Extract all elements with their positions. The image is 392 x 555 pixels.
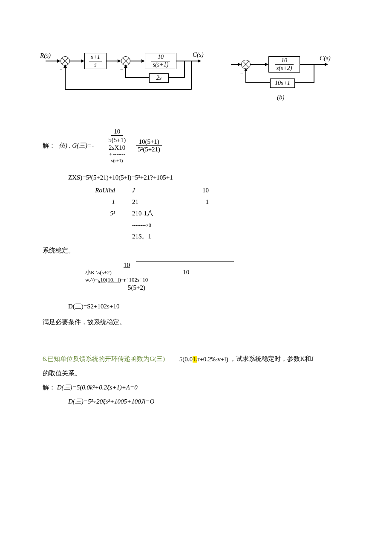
routh-table: RoUihd J 10 1 21 1 5¹ 210-1八 -------->0 …	[85, 185, 349, 242]
arrowhead	[141, 59, 145, 63]
arrowhead	[124, 64, 127, 68]
wire	[130, 61, 142, 61]
routh-r2-c2: 21	[132, 196, 175, 208]
wire	[184, 61, 185, 78]
arrowhead	[238, 63, 241, 66]
arrowhead	[118, 59, 121, 63]
wire	[46, 61, 58, 61]
sol-b-ds: D(三)=S2+102s+10	[68, 302, 349, 311]
routh-r3-c1: 5¹	[85, 208, 115, 231]
signal-c-s-b: C(s)	[320, 55, 331, 62]
solution-a-g-equation: 解： 伍) . G(三)=- 10 5(5+1) 2sX10 + -------…	[43, 128, 349, 163]
minus-sign: −	[120, 67, 123, 73]
arrowhead	[81, 59, 84, 63]
p6-line2: 的取值关系。	[43, 366, 349, 381]
sol-b-line3: 5(5+2)	[128, 284, 349, 291]
blockb2-label: 10s+1	[275, 80, 290, 87]
sol-b-line2b-prefix: w.^)=	[85, 276, 98, 283]
block2-den: s(s+1)	[151, 61, 170, 69]
p6-sol-prefix: 解：	[43, 384, 55, 391]
wire	[251, 64, 266, 65]
wire	[191, 61, 192, 90]
sol-a-f1-extra: s(s+1)	[107, 158, 127, 163]
sol-a-f1-top: 10	[111, 128, 123, 135]
blockb1-num: 10	[275, 57, 294, 65]
p6-frac-b: r+0.2‰v+l)	[197, 356, 228, 363]
p6-hl: 1.	[193, 356, 197, 363]
transfer-block-b2: 10s+1	[270, 78, 295, 88]
minus-sign: −	[240, 70, 243, 76]
wire	[125, 77, 149, 78]
routh-r3-c2: 210-1八	[132, 210, 153, 217]
routh-title: RoUihd	[85, 185, 115, 196]
block-diagram-a: R(s) − s+1 s − 10 s(s+1)	[48, 51, 210, 98]
sol-b-line2b-under: 10(10.÷l)	[100, 276, 121, 283]
sol-b-line2a: 小K \s(s+2)	[85, 269, 112, 276]
minus-sign: −	[60, 67, 63, 73]
signal-c-s: C(s)	[193, 51, 204, 58]
routh-r3-arrow: -------->0	[132, 222, 151, 228]
p6-title: 6.已知单位反馈系统的开环传递函数为G(三)	[43, 355, 165, 362]
sol-b-right10: 10	[183, 269, 189, 276]
p6-tail: ，试求系统稳定时，参数K和J	[230, 355, 314, 362]
wire	[300, 64, 326, 65]
wire	[314, 64, 314, 83]
solution-prefix: 解：	[43, 142, 55, 150]
block-diagram-b: − 10 s(s+2) C(s) 10s+1 (b)	[234, 55, 337, 106]
sol-b-stable: 满足必要条件，故系统稳定。	[43, 318, 349, 326]
blockb1-den: s(s+2)	[275, 65, 294, 72]
wire	[65, 66, 66, 89]
arrowhead	[57, 59, 61, 63]
wire	[176, 61, 199, 61]
problem-6: 6.已知单位反馈系统的开环传递函数为G(三) 5(0.01.r+0.2‰v+l)…	[43, 352, 349, 409]
sol-a-f2-den: 5²(5+21)	[136, 146, 162, 153]
transfer-block-1: s+1 s	[84, 53, 107, 69]
wire	[107, 61, 118, 61]
sol-a-f1-den: 2sX10	[107, 144, 127, 151]
p6-sol1: D(三)=5(0.0k²+0.2ξs+1)+Λ=0	[57, 384, 138, 391]
block1-num: s+1	[89, 54, 102, 61]
block2-num: 10	[151, 54, 170, 61]
wire	[70, 61, 82, 61]
wire	[245, 82, 270, 83]
wire	[294, 82, 314, 83]
sol-b-block: 10 小K \s(s+2) 10 w.^)=lt10(10.÷l)=r÷102s…	[85, 262, 349, 291]
arrowhead	[63, 64, 67, 68]
sol-b-top-num: 10	[124, 262, 130, 269]
sol-a-f1-plus: + -------	[107, 151, 127, 158]
wire	[168, 77, 184, 78]
transfer-block-b1: 10 s(s+2)	[268, 56, 300, 73]
sol-a-f1-num: 5(5+1)	[107, 137, 127, 144]
p6-frac-a: 5(0.0	[179, 356, 193, 363]
arrowhead	[265, 63, 268, 66]
sol-a-dxs: ZXS)=5²(5+21)+10(5+l)=5³+21?+105+1	[68, 174, 349, 181]
arrowhead	[244, 68, 248, 71]
transfer-block-3: 2s	[149, 73, 169, 83]
routh-r2-c1: 1	[85, 196, 115, 208]
routh-r2-c3: 1	[192, 196, 209, 208]
arrowhead	[198, 59, 201, 63]
routh-r1-c3: 10	[192, 185, 209, 196]
transfer-block-2: 10 s(s+1)	[145, 53, 176, 69]
wire	[65, 89, 191, 90]
sol-b-line2b-rest: =r÷102s÷10	[121, 276, 148, 283]
signal-r-s: R(s)	[40, 52, 51, 59]
routh-r4-c2: 21$。1	[132, 231, 175, 242]
block-diagrams-row: R(s) − s+1 s − 10 s(s+1)	[43, 51, 349, 111]
diagram-b-caption: (b)	[277, 94, 285, 101]
sol-a-line1a: 伍) . G(三)=-	[59, 142, 94, 150]
sol-a-stable: 系统稳定。	[43, 247, 349, 255]
block1-den: s	[89, 61, 102, 69]
sol-a-f2-num: 10(5+1)	[136, 138, 162, 146]
p6-sol2: D(三)=5³÷20ξs²+1005+100Jl=O	[68, 398, 154, 405]
arrowhead	[325, 63, 328, 66]
routh-r1-c2: J	[132, 185, 175, 196]
block3-label: 2s	[156, 75, 161, 81]
